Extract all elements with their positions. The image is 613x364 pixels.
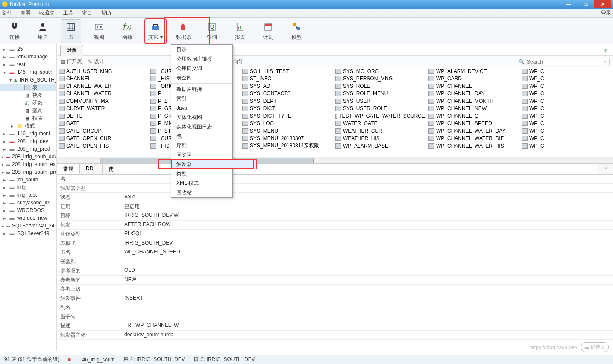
expand-icon[interactable]: ▸ [2, 139, 7, 144]
menu-view[interactable]: 查看 [21, 9, 31, 17]
close-button[interactable]: ✕ [594, 0, 611, 8]
expand-icon[interactable]: ▸ [2, 47, 7, 52]
table-item[interactable]: WP_CHANNEL_SPEED [427, 120, 520, 128]
menu-tools[interactable]: 工具 [63, 9, 73, 17]
expand-icon[interactable]: ▸ [9, 124, 15, 128]
table-item[interactable]: WP_ALARM_DEVICE [427, 67, 520, 75]
tree-node[interactable]: ▸▬ienvirmanage [0, 53, 56, 61]
connection-tree[interactable]: ▸▬25▸▬ienvirmanage▸▬test▾▬146_irrig_sout… [0, 44, 57, 351]
toolbar-report[interactable]: 报表 [230, 19, 250, 43]
table-item[interactable]: WP_CHANNEL_WATER_HIS [427, 142, 520, 150]
table-item[interactable]: WP_CHANNEL_NEW [427, 105, 520, 113]
toolbar-function[interactable]: f(x) 函数 [117, 19, 138, 43]
expand-icon[interactable]: ▸ [2, 185, 7, 190]
menu-item[interactable]: 目录 [171, 45, 232, 54]
table-item[interactable]: WATER_GATE [334, 120, 427, 128]
table-item[interactable]: CHANNEL [57, 75, 149, 83]
tree-node[interactable]: ▸▬suoyasong_irri [0, 199, 56, 207]
table-item[interactable]: GATE_OPEN_HIS [57, 142, 149, 150]
menu-file[interactable]: 文件 [2, 9, 12, 17]
toolbar-table[interactable]: 表 [61, 19, 81, 43]
expand-icon[interactable]: ▸ [2, 131, 7, 136]
tree-node[interactable]: ▸▬208_irrig_souh_dev [0, 153, 56, 160]
table-item[interactable]: WP_C [520, 127, 613, 135]
table-item[interactable]: WP_C [520, 97, 613, 105]
tree-node[interactable]: ▸▬irrig_test [0, 191, 56, 199]
expand-icon[interactable]: ▸ [2, 170, 4, 175]
menu-item[interactable]: 实体化视图 [171, 113, 232, 122]
table-item[interactable]: SYS_MENU [241, 127, 334, 135]
clear-search-icon[interactable]: × [604, 59, 607, 65]
table-item[interactable]: SYS_ROLE [334, 82, 427, 90]
tree-node[interactable]: ▸📁模式 [0, 122, 56, 130]
expand-icon[interactable]: ▸ [2, 147, 7, 151]
table-item[interactable]: SOIL_HIS_TEST [241, 67, 334, 75]
toolbar-connect[interactable]: 连接 [4, 19, 25, 43]
tree-node[interactable]: 表 [0, 84, 56, 91]
table-item[interactable]: WP_C [520, 82, 613, 90]
toolbar-other[interactable]: 其它 ▾ [145, 19, 166, 43]
menu-item[interactable]: 表空间 [171, 73, 232, 82]
expand-icon[interactable]: ▸ [2, 193, 7, 198]
tree-node[interactable]: ▾▬146_irrig_south [0, 68, 56, 76]
menu-item[interactable]: 类型 [171, 169, 232, 178]
table-item[interactable]: AUTH_USER_MNG [57, 67, 149, 75]
tree-node[interactable]: ▤报表 [0, 114, 56, 122]
toolbar-view[interactable]: 视图 [89, 19, 109, 43]
menu-item[interactable]: 序列 [171, 141, 232, 150]
minimize-button[interactable]: — [560, 0, 577, 8]
table-item[interactable]: WP_C [520, 67, 613, 75]
table-item[interactable]: WP_CHANNEL_Q [427, 112, 520, 120]
tree-node[interactable]: ▸▬25 [0, 45, 56, 53]
tree-node[interactable]: ▸▬WRORDOS [0, 207, 56, 214]
tree-node[interactable]: ▸▬208_irrig_prod [0, 145, 56, 153]
table-item[interactable]: COMMUNITY_MA [57, 97, 149, 105]
table-item[interactable]: SYS_ROLE_MENU [334, 90, 427, 98]
tab-close-icon[interactable]: × [598, 164, 613, 174]
menu-item[interactable]: 数据库链接 [171, 84, 232, 94]
menu-item[interactable]: Java [171, 103, 232, 113]
search-input[interactable] [527, 59, 602, 65]
menu-window[interactable]: 窗口 [82, 9, 92, 17]
table-item[interactable]: SYS_LOG [241, 120, 334, 128]
table-item[interactable]: SYS_PERSON_MNG [334, 75, 427, 83]
table-item[interactable]: TEST_WP_GATE_WATER_SOURCE [334, 112, 427, 120]
table-item[interactable]: WP_C [520, 120, 613, 128]
table-item[interactable]: SYS_AD [241, 82, 334, 90]
menu-item[interactable]: 触发器 [171, 160, 257, 169]
table-item[interactable]: SYS_USER [334, 97, 427, 105]
table-item[interactable]: SYS_DEPT [241, 97, 334, 105]
tree-node[interactable]: ▸▬208_irrig_dev [0, 137, 56, 145]
table-item[interactable]: CHANNEL_WATER [57, 82, 149, 90]
menu-item[interactable]: 索引 [171, 94, 232, 103]
expand-icon[interactable]: ▸ [2, 178, 7, 182]
table-item[interactable]: SYS_MG_ORG [334, 67, 427, 75]
toolbar-plan[interactable]: 计划 [258, 19, 279, 43]
tab-ddl[interactable]: DDL [79, 164, 103, 174]
menu-fav[interactable]: 收藏夹 [39, 9, 55, 17]
menu-item[interactable]: 包 [171, 131, 232, 141]
expand-icon[interactable]: ▸ [2, 154, 4, 159]
table-item[interactable]: WP_C [520, 105, 613, 113]
table-item[interactable]: CURVE_WATER [57, 105, 149, 113]
table-item[interactable]: DE_TB [57, 112, 149, 120]
menu-item[interactable]: 同义词 [171, 150, 232, 160]
maximize-button[interactable]: ▭ [577, 0, 594, 8]
design-table-button[interactable]: ✎设计 [88, 58, 104, 65]
table-item[interactable]: WP_C [520, 90, 613, 98]
toolbar-pump[interactable]: 数据泵 [173, 19, 194, 43]
tab-objects[interactable]: 对象 [60, 45, 83, 56]
table-item[interactable]: SYS_MENU_20180807 [241, 135, 334, 143]
tree-node[interactable]: ▸▬208_irrig_south_prod [0, 168, 56, 176]
table-item[interactable]: WP_C [520, 112, 613, 120]
table-item[interactable]: SYS_USER_ROLE [334, 105, 427, 113]
table-item[interactable]: WP_CHANNEL_DAY [427, 90, 520, 98]
expand-icon[interactable]: ▸ [2, 162, 4, 167]
tree-node[interactable]: ▸▬test [0, 61, 56, 68]
tree-node[interactable]: ▦查询 [0, 107, 56, 114]
tree-node[interactable]: ▸▬146_irrig-moni [0, 130, 56, 137]
table-item[interactable]: SYS_MENU_20180814亲权限 [241, 142, 334, 150]
table-item[interactable]: ST_INFO [241, 75, 334, 83]
tree-node[interactable]: ▸▬wrordos_new [0, 214, 56, 222]
menu-item[interactable]: XML 模式 [171, 178, 232, 188]
